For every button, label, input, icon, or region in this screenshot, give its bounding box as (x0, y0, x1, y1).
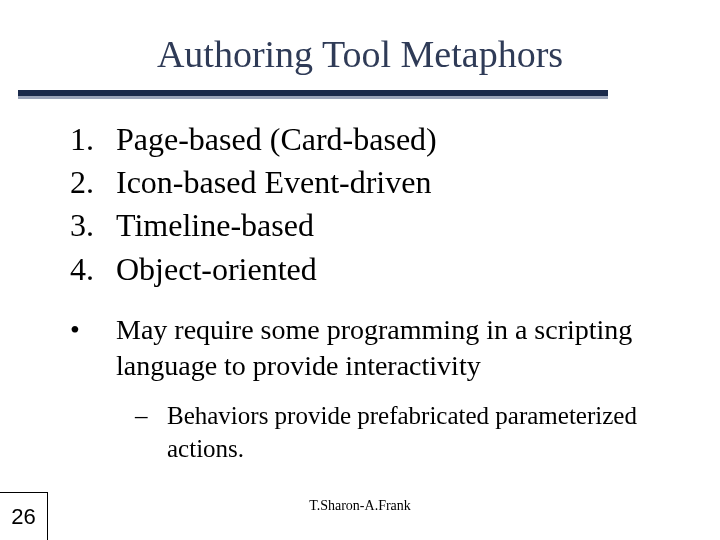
title-underline-shadow (18, 96, 608, 99)
bullet-text: May require some programming in a script… (116, 312, 710, 385)
list-text: Icon-based Event-driven (116, 161, 431, 204)
list-text: Page-based (Card-based) (116, 118, 437, 161)
list-item: 1. Page-based (Card-based) (70, 118, 437, 161)
sub-bullet-text: Behaviors provide prefabricated paramete… (167, 400, 700, 465)
bullet-list: • May require some programming in a scri… (70, 312, 710, 385)
slide: Authoring Tool Metaphors 1. Page-based (… (0, 0, 720, 540)
bullet-item: • May require some programming in a scri… (70, 312, 710, 385)
list-marker: 1. (70, 118, 116, 161)
list-marker: 3. (70, 204, 116, 247)
page-number: 26 (11, 504, 35, 530)
list-item: 4. Object-oriented (70, 248, 437, 291)
numbered-list: 1. Page-based (Card-based) 2. Icon-based… (70, 118, 437, 291)
list-marker: 2. (70, 161, 116, 204)
sub-bullet-list: – Behaviors provide prefabricated parame… (135, 400, 700, 465)
list-marker: 4. (70, 248, 116, 291)
slide-title: Authoring Tool Metaphors (0, 32, 720, 76)
footer-author: T.Sharon-A.Frank (0, 498, 720, 514)
page-number-box: 26 (0, 492, 48, 540)
sub-bullet-marker: – (135, 400, 167, 465)
list-item: 2. Icon-based Event-driven (70, 161, 437, 204)
bullet-marker: • (70, 312, 116, 385)
sub-bullet-item: – Behaviors provide prefabricated parame… (135, 400, 700, 465)
list-item: 3. Timeline-based (70, 204, 437, 247)
list-text: Object-oriented (116, 248, 317, 291)
list-text: Timeline-based (116, 204, 314, 247)
